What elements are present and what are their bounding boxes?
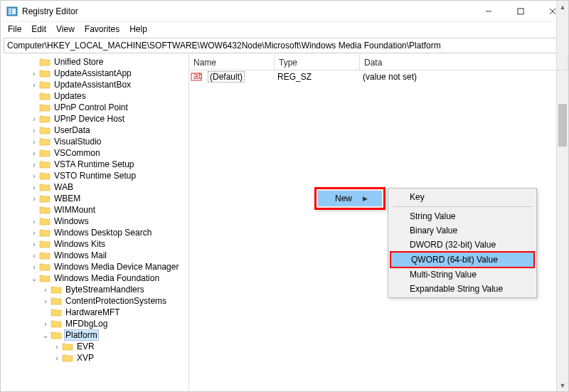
col-header-name[interactable]: Name [189,55,275,70]
tree-item[interactable]: ›ByteStreamHandlers [41,284,188,295]
tree-label: UpdateAssistantApp [53,68,133,78]
expander-icon[interactable]: › [29,115,39,123]
col-header-data[interactable]: Data [360,55,568,70]
svg-rect-3 [9,13,11,14]
tree-item[interactable]: ›Windows Kits [29,238,188,250]
tree-item[interactable]: ›Windows Desktop Search [29,227,188,238]
expander-icon[interactable]: › [29,81,39,89]
tree-label: Windows Media Device Manager [53,262,180,272]
string-value-icon: ab [191,71,202,83]
tree-item[interactable]: ›Windows [29,216,188,227]
submenu-item[interactable]: Multi-String Value [390,267,535,282]
expander-icon[interactable]: › [29,138,39,146]
menu-file[interactable]: File [4,23,26,36]
tree-item[interactable]: ›Windows Mail [29,250,188,261]
tree-item[interactable]: ›VSTA Runtime Setup [29,159,188,170]
expander-icon[interactable]: › [52,354,62,362]
tree-label: VisualStudio [53,137,103,147]
tree-label: UserData [53,125,92,135]
tree-item[interactable]: ›WBEM [29,193,188,204]
expander-icon[interactable]: › [29,229,39,237]
tree-item[interactable]: ›UserData [29,125,188,136]
col-header-type[interactable]: Type [275,55,360,70]
tree-label: VSTA Runtime Setup [53,159,136,169]
submenu-item[interactable]: Key [390,190,535,204]
tree-item[interactable]: UPnP Control Point [29,102,188,113]
tree-label: Platform [64,329,99,341]
expander-icon[interactable]: ⌄ [29,275,39,282]
menu-favorites[interactable]: Favorites [80,23,124,36]
svg-rect-1 [9,9,11,10]
menu-help[interactable]: Help [125,23,151,36]
menu-item-new[interactable]: New ▶ [318,191,382,206]
tree-item[interactable]: ›VSCommon [29,147,188,159]
maximize-button[interactable] [504,1,536,22]
tree-label: Windows Kits [53,239,107,249]
tree-item[interactable]: Updates [29,90,188,102]
expander-icon[interactable]: › [41,286,50,294]
tree-item[interactable]: ›UpdateAssistantApp [29,68,188,79]
value-data: (value not set) [358,72,568,82]
expander-icon[interactable]: › [29,184,39,191]
tree-label: HardwareMFT [64,307,122,317]
tree-item[interactable]: ›MFDbgLog [41,318,188,329]
submenu-item[interactable]: Binary Value [390,223,535,238]
expander-icon[interactable]: › [29,149,39,157]
expander-icon[interactable]: ⌄ [41,332,50,339]
submenu-item[interactable]: String Value [390,209,535,223]
tree-item[interactable]: ›VSTO Runtime Setup [29,170,188,181]
tree-item[interactable]: HardwareMFT [41,307,188,318]
menu-edit[interactable]: Edit [27,23,50,36]
menu-item-label: New [335,194,352,203]
expander-icon[interactable]: › [29,172,39,180]
tree-item[interactable]: ›EVR [52,341,188,352]
tree-item[interactable]: ›UpdateAssistantBox [29,79,188,90]
svg-rect-4 [12,9,16,14]
tree-item[interactable]: ›UPnP Device Host [29,113,188,125]
expander-icon[interactable]: › [41,297,50,305]
tree-label: UPnP Control Point [53,102,129,112]
submenu-item[interactable]: QWORD (64-bit) Value [390,251,535,268]
svg-rect-6 [518,9,523,14]
expander-icon[interactable]: › [52,343,62,351]
tree-item[interactable]: ⌄Windows Media Foundation [29,272,188,284]
tree-item[interactable]: ⌄Platform [41,329,188,341]
expander-icon[interactable]: › [29,161,39,169]
expander-icon[interactable]: › [41,320,50,328]
submenu-item[interactable]: Expandable String Value [390,282,535,296]
menu-separator [393,206,532,207]
tree-label: VSTO Runtime Setup [53,171,137,181]
tree-pane[interactable]: Unified Store›UpdateAssistantApp›UpdateA… [1,55,189,392]
tree-item[interactable]: ›XVP [52,352,188,364]
expander-icon[interactable]: › [29,218,39,226]
list-pane[interactable]: Name Type Data ab (Default) REG_SZ (valu… [189,55,568,392]
tree-item[interactable]: ›ContentProtectionSystems [41,295,188,307]
tree-item[interactable]: ›VisualStudio [29,136,188,147]
expander-icon[interactable]: › [29,252,39,260]
tree-item[interactable]: WIMMount [29,204,188,216]
tree-item[interactable]: Unified Store [29,56,188,68]
tree-label: Unified Store [53,57,105,67]
tree-label: Windows [53,216,90,226]
tree-label: MFDbgLog [64,319,109,329]
expander-icon[interactable]: › [29,263,39,271]
expander-icon[interactable]: › [29,127,39,134]
tree-label: Windows Media Foundation [53,273,161,283]
value-type: REG_SZ [273,72,358,82]
tree-label: Windows Mail [53,250,108,260]
tree-item[interactable]: ›Windows Media Device Manager [29,261,188,272]
address-bar[interactable]: Computer\HKEY_LOCAL_MACHINE\SOFTWARE\WOW… [4,38,565,53]
expander-icon[interactable]: › [29,70,39,78]
tree-item[interactable]: ›WAB [29,181,188,193]
minimize-button[interactable] [472,1,504,22]
tree-label: ContentProtectionSystems [64,296,168,306]
menubar: File Edit View Favorites Help [1,22,568,36]
menu-view[interactable]: View [52,23,79,36]
tree-label: WBEM [53,194,82,203]
value-row[interactable]: ab (Default) REG_SZ (value not set) [189,70,568,83]
submenu-item[interactable]: DWORD (32-bit) Value [390,238,535,252]
expander-icon[interactable]: › [29,195,39,203]
expander-icon[interactable]: › [29,240,39,248]
window-title: Registry Editor [22,6,472,16]
content: Unified Store›UpdateAssistantApp›UpdateA… [1,55,568,392]
